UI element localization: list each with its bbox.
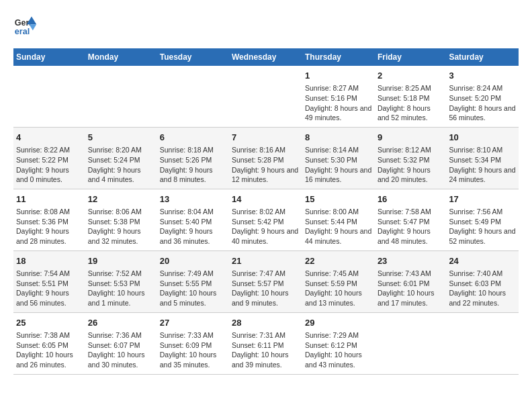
week-row-1: 1Sunrise: 8:27 AMSunset: 5:16 PMDaylight… — [13, 66, 519, 127]
calendar-cell: 22Sunrise: 7:45 AMSunset: 5:59 PMDayligh… — [302, 250, 375, 312]
day-info: Sunrise: 7:31 AMSunset: 6:11 PMDaylight:… — [232, 330, 300, 370]
svg-text:eral: eral — [15, 27, 30, 36]
day-info: Sunrise: 8:14 AMSunset: 5:30 PMDaylight:… — [305, 145, 372, 185]
day-number: 20 — [160, 255, 226, 267]
calendar-cell — [229, 66, 302, 127]
day-info: Sunrise: 8:02 AMSunset: 5:42 PMDaylight:… — [232, 207, 300, 246]
day-number: 13 — [160, 193, 226, 205]
calendar-cell: 13Sunrise: 8:04 AMSunset: 5:40 PMDayligh… — [157, 189, 229, 250]
calendar-cell: 5Sunrise: 8:20 AMSunset: 5:24 PMDaylight… — [85, 127, 157, 189]
day-number: 19 — [88, 255, 154, 267]
calendar-cell: 9Sunrise: 8:12 AMSunset: 5:32 PMDaylight… — [375, 127, 447, 189]
calendar-header-row: SundayMondayTuesdayWednesdayThursdayFrid… — [13, 48, 519, 66]
calendar-cell: 25Sunrise: 7:38 AMSunset: 6:05 PMDayligh… — [13, 312, 85, 374]
day-info: Sunrise: 7:33 AMSunset: 6:09 PMDaylight:… — [160, 330, 226, 370]
column-header-thursday: Thursday — [302, 48, 375, 66]
day-info: Sunrise: 8:22 AMSunset: 5:22 PMDaylight:… — [16, 145, 83, 185]
day-number: 1 — [305, 70, 372, 82]
day-info: Sunrise: 8:10 AMSunset: 5:34 PMDaylight:… — [449, 145, 516, 185]
day-number: 25 — [16, 317, 83, 329]
calendar-cell: 23Sunrise: 7:43 AMSunset: 6:01 PMDayligh… — [375, 250, 447, 312]
day-number: 8 — [305, 132, 372, 144]
day-number: 17 — [449, 193, 516, 205]
day-number: 24 — [449, 255, 516, 267]
day-number: 21 — [232, 255, 300, 267]
calendar-cell: 29Sunrise: 7:29 AMSunset: 6:12 PMDayligh… — [302, 312, 375, 374]
day-info: Sunrise: 7:36 AMSunset: 6:07 PMDaylight:… — [88, 330, 154, 370]
calendar-cell — [85, 66, 157, 127]
calendar-cell — [446, 312, 519, 374]
page-header: Gen eral — [13, 13, 519, 38]
day-number: 15 — [305, 193, 372, 205]
calendar-cell: 7Sunrise: 8:16 AMSunset: 5:28 PMDaylight… — [229, 127, 302, 189]
calendar-cell: 11Sunrise: 8:08 AMSunset: 5:36 PMDayligh… — [13, 189, 85, 250]
day-number: 10 — [449, 132, 516, 144]
day-info: Sunrise: 8:24 AMSunset: 5:20 PMDaylight:… — [449, 83, 516, 123]
logo-icon: Gen eral — [13, 13, 38, 38]
day-number: 26 — [88, 317, 154, 329]
day-number: 23 — [378, 255, 444, 267]
calendar-cell: 19Sunrise: 7:52 AMSunset: 5:53 PMDayligh… — [85, 250, 157, 312]
day-number: 9 — [378, 132, 444, 144]
calendar-cell: 3Sunrise: 8:24 AMSunset: 5:20 PMDaylight… — [446, 66, 519, 127]
day-info: Sunrise: 7:43 AMSunset: 6:01 PMDaylight:… — [378, 269, 444, 308]
day-number: 28 — [232, 317, 300, 329]
column-header-monday: Monday — [85, 48, 157, 66]
day-info: Sunrise: 7:54 AMSunset: 5:51 PMDaylight:… — [16, 269, 83, 308]
day-number: 7 — [232, 132, 300, 144]
logo: Gen eral — [13, 13, 40, 38]
day-info: Sunrise: 7:52 AMSunset: 5:53 PMDaylight:… — [88, 269, 154, 308]
day-number: 12 — [88, 193, 154, 205]
calendar-cell: 27Sunrise: 7:33 AMSunset: 6:09 PMDayligh… — [157, 312, 229, 374]
day-info: Sunrise: 7:38 AMSunset: 6:05 PMDaylight:… — [16, 330, 83, 370]
day-number: 22 — [305, 255, 372, 267]
week-row-3: 11Sunrise: 8:08 AMSunset: 5:36 PMDayligh… — [13, 189, 519, 250]
day-info: Sunrise: 8:25 AMSunset: 5:18 PMDaylight:… — [378, 83, 444, 123]
calendar-cell: 12Sunrise: 8:06 AMSunset: 5:38 PMDayligh… — [85, 189, 157, 250]
day-info: Sunrise: 8:27 AMSunset: 5:16 PMDaylight:… — [305, 83, 372, 123]
calendar-cell — [13, 66, 85, 127]
calendar-cell: 18Sunrise: 7:54 AMSunset: 5:51 PMDayligh… — [13, 250, 85, 312]
calendar-cell: 20Sunrise: 7:49 AMSunset: 5:55 PMDayligh… — [157, 250, 229, 312]
day-info: Sunrise: 8:20 AMSunset: 5:24 PMDaylight:… — [88, 145, 154, 185]
day-info: Sunrise: 7:47 AMSunset: 5:57 PMDaylight:… — [232, 269, 300, 308]
day-number: 16 — [378, 193, 444, 205]
day-number: 3 — [449, 70, 516, 82]
calendar-cell: 4Sunrise: 8:22 AMSunset: 5:22 PMDaylight… — [13, 127, 85, 189]
week-row-5: 25Sunrise: 7:38 AMSunset: 6:05 PMDayligh… — [13, 312, 519, 374]
calendar-cell: 1Sunrise: 8:27 AMSunset: 5:16 PMDaylight… — [302, 66, 375, 127]
day-info: Sunrise: 7:58 AMSunset: 5:47 PMDaylight:… — [378, 207, 444, 246]
calendar-cell: 6Sunrise: 8:18 AMSunset: 5:26 PMDaylight… — [157, 127, 229, 189]
column-header-sunday: Sunday — [13, 48, 85, 66]
day-number: 2 — [378, 70, 444, 82]
calendar-cell — [375, 312, 447, 374]
calendar-cell: 15Sunrise: 8:00 AMSunset: 5:44 PMDayligh… — [302, 189, 375, 250]
calendar-cell: 10Sunrise: 8:10 AMSunset: 5:34 PMDayligh… — [446, 127, 519, 189]
week-row-2: 4Sunrise: 8:22 AMSunset: 5:22 PMDaylight… — [13, 127, 519, 189]
day-info: Sunrise: 8:06 AMSunset: 5:38 PMDaylight:… — [88, 207, 154, 246]
day-info: Sunrise: 8:16 AMSunset: 5:28 PMDaylight:… — [232, 145, 300, 185]
day-number: 27 — [160, 317, 226, 329]
calendar-cell: 26Sunrise: 7:36 AMSunset: 6:07 PMDayligh… — [85, 312, 157, 374]
day-info: Sunrise: 7:40 AMSunset: 6:03 PMDaylight:… — [449, 269, 516, 308]
day-number: 4 — [16, 132, 83, 144]
calendar-cell: 2Sunrise: 8:25 AMSunset: 5:18 PMDaylight… — [375, 66, 447, 127]
day-info: Sunrise: 8:12 AMSunset: 5:32 PMDaylight:… — [378, 145, 444, 185]
week-row-4: 18Sunrise: 7:54 AMSunset: 5:51 PMDayligh… — [13, 250, 519, 312]
day-info: Sunrise: 8:04 AMSunset: 5:40 PMDaylight:… — [160, 207, 226, 246]
calendar-cell — [157, 66, 229, 127]
day-number: 11 — [16, 193, 83, 205]
day-info: Sunrise: 8:00 AMSunset: 5:44 PMDaylight:… — [305, 207, 372, 246]
day-number: 5 — [88, 132, 154, 144]
calendar-cell: 24Sunrise: 7:40 AMSunset: 6:03 PMDayligh… — [446, 250, 519, 312]
day-number: 29 — [305, 317, 372, 329]
day-info: Sunrise: 8:08 AMSunset: 5:36 PMDaylight:… — [16, 207, 83, 246]
day-info: Sunrise: 8:18 AMSunset: 5:26 PMDaylight:… — [160, 145, 226, 185]
column-header-friday: Friday — [375, 48, 447, 66]
calendar-cell: 28Sunrise: 7:31 AMSunset: 6:11 PMDayligh… — [229, 312, 302, 374]
column-header-saturday: Saturday — [446, 48, 519, 66]
day-info: Sunrise: 7:56 AMSunset: 5:49 PMDaylight:… — [449, 207, 516, 246]
calendar-cell: 16Sunrise: 7:58 AMSunset: 5:47 PMDayligh… — [375, 189, 447, 250]
column-header-wednesday: Wednesday — [229, 48, 302, 66]
day-info: Sunrise: 7:29 AMSunset: 6:12 PMDaylight:… — [305, 330, 372, 370]
